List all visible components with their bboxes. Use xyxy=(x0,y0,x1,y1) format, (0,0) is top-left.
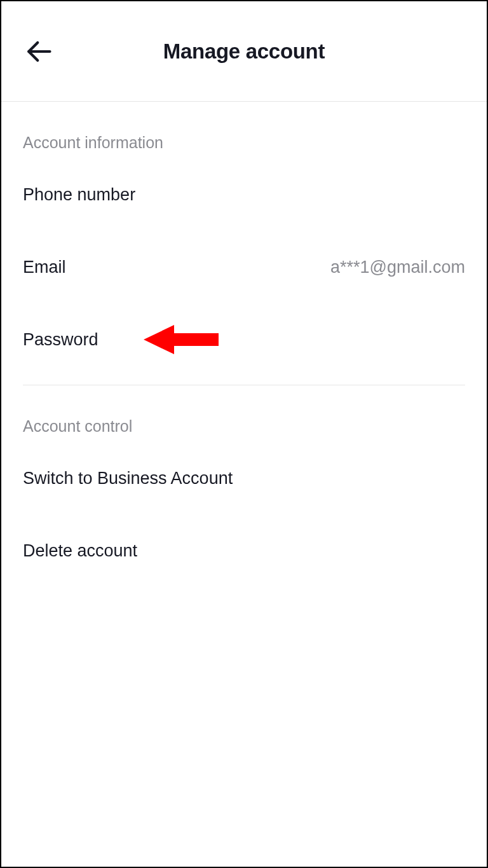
row-label: Delete account xyxy=(23,541,137,561)
back-button[interactable] xyxy=(25,38,52,65)
row-delete-account[interactable]: Delete account xyxy=(23,514,465,587)
row-password[interactable]: Password xyxy=(23,303,465,376)
row-email[interactable]: Email a***1@gmail.com xyxy=(23,231,465,303)
row-label: Password xyxy=(23,330,98,350)
row-phone-number[interactable]: Phone number xyxy=(23,158,465,231)
svg-marker-1 xyxy=(144,325,219,354)
row-label: Email xyxy=(23,258,66,277)
section-header-account-control: Account control xyxy=(23,385,465,442)
content: Account information Phone number Email a… xyxy=(1,102,487,587)
header: Manage account xyxy=(1,1,487,102)
row-switch-business[interactable]: Switch to Business Account xyxy=(23,442,465,514)
row-label: Phone number xyxy=(23,185,135,205)
row-label: Switch to Business Account xyxy=(23,469,233,488)
section-header-account-info: Account information xyxy=(23,102,465,158)
pointer-arrow-icon xyxy=(144,321,220,358)
page-title: Manage account xyxy=(23,39,465,64)
row-value: a***1@gmail.com xyxy=(330,258,465,277)
back-arrow-icon xyxy=(25,38,52,65)
